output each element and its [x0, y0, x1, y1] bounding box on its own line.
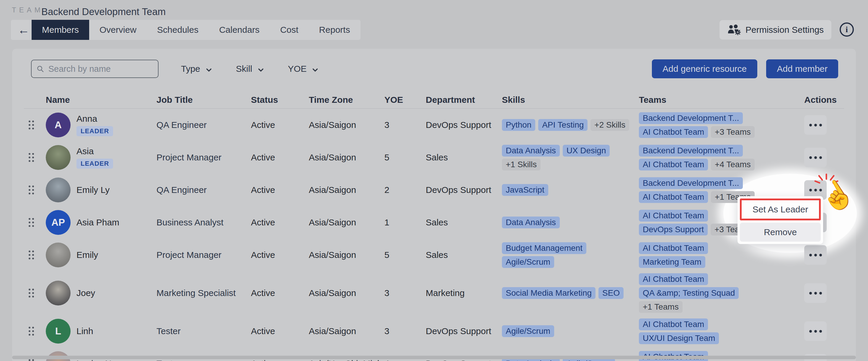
tab-bar: ← MembersOverviewSchedulesCalendarsCostR…	[11, 20, 361, 40]
teams-cell: Backend Development T...AI Chatbot Team+…	[632, 112, 797, 138]
job-title-cell: Business Analyst	[149, 217, 244, 228]
skills-cell: Social Media MarketingSEO	[495, 287, 632, 299]
chip: Backend Development T...	[639, 145, 743, 157]
drag-handle[interactable]	[24, 218, 39, 227]
tab-reports[interactable]: Reports	[309, 20, 361, 40]
back-arrow-icon: ←	[18, 23, 30, 37]
table-row-asia: AsiaLEADERProject ManagerActiveAsia/Saig…	[24, 141, 844, 174]
skills-cell: Data Analysis	[495, 216, 632, 228]
drag-handle-dots	[29, 289, 34, 298]
status-cell: Active	[244, 217, 302, 228]
actions-cell	[797, 245, 848, 265]
drag-handle[interactable]	[24, 185, 39, 194]
chip: Data Analysis	[502, 145, 560, 157]
tab-overview[interactable]: Overview	[89, 20, 147, 40]
drag-handle[interactable]	[24, 359, 39, 361]
row-actions-button[interactable]	[804, 245, 827, 265]
member-name: Asia	[76, 146, 113, 156]
tab-calendars[interactable]: Calendars	[209, 20, 270, 40]
drag-handle-dots	[29, 153, 34, 162]
yoe-cell: 1	[377, 217, 418, 228]
chip: Python	[502, 119, 535, 131]
status-cell: Active	[244, 152, 302, 162]
status-cell: Active	[244, 250, 302, 260]
skill-chips: Social Media MarketingSEO	[502, 287, 632, 299]
teams-cell: AI Chatbot TeamQA &amp; Testing Squad+1 …	[632, 273, 797, 313]
department-cell: Sales	[418, 152, 495, 162]
job-title-cell: Tester	[149, 326, 244, 336]
row-context-menu: Set As LeaderRemove	[738, 196, 823, 244]
add-member-button[interactable]: Add member	[766, 59, 838, 78]
overflow-chip[interactable]: +4 Teams	[711, 159, 755, 171]
row-actions-button[interactable]	[804, 322, 827, 341]
table-row-emily-ly: Emily LyQA EngineerActiveAsia/Saigon2Dev…	[24, 174, 844, 206]
member-name: Joey	[76, 288, 95, 298]
tabs: MembersOverviewSchedulesCalendarsCostRep…	[32, 20, 361, 40]
drag-handle[interactable]	[24, 153, 39, 162]
skills-cell: PythonAPI Testing+2 Skills	[495, 119, 632, 131]
chip: AI Chatbot Team	[639, 319, 708, 330]
info-icon: i	[845, 25, 848, 34]
chip: AI Chatbot Team	[639, 273, 708, 285]
member-cell: APAsia Pham	[39, 210, 149, 235]
drag-handle[interactable]	[24, 250, 39, 260]
overflow-chip[interactable]: +3 Teams	[711, 126, 755, 138]
tab-schedules[interactable]: Schedules	[147, 20, 209, 40]
row-actions-button[interactable]	[804, 148, 827, 167]
drag-handle-dots	[29, 327, 34, 336]
skills-cell: JavaScript	[495, 184, 632, 196]
member-name: Linh	[76, 326, 93, 336]
yoe-cell: 3	[377, 120, 418, 130]
time-zone-cell: Asia/Saigon	[302, 250, 377, 260]
horizontal-scrollbar[interactable]	[12, 356, 856, 359]
skills-cell: Agile/Scrum	[495, 325, 632, 337]
time-zone-cell: Asia/Saigon	[302, 288, 377, 298]
info-button[interactable]: i	[840, 23, 854, 37]
search-box[interactable]	[31, 60, 159, 78]
drag-handle[interactable]	[24, 327, 39, 336]
search-icon	[36, 64, 44, 73]
tab-cost[interactable]: Cost	[270, 20, 309, 40]
chip: SEO	[598, 287, 624, 299]
overflow-chip[interactable]: +1 Teams	[639, 301, 683, 313]
avatar: A	[46, 113, 70, 138]
skill-chips: Data Analysis	[502, 216, 632, 228]
menu-item-remove[interactable]: Remove	[740, 223, 821, 242]
col-header-name: Name	[39, 95, 149, 105]
yoe-cell: 3	[377, 288, 418, 298]
chip: AI Chatbot Team	[639, 126, 708, 138]
job-title-cell: Marketing Specialist	[149, 288, 244, 298]
permission-settings-button[interactable]: Permission Settings	[719, 20, 831, 39]
drag-handle[interactable]	[24, 121, 39, 129]
chip: JavaScript	[502, 184, 548, 196]
name-block: AsiaLEADER	[76, 146, 113, 169]
col-header-actions: Actions	[797, 95, 858, 105]
job-title-cell: QA Engineer	[149, 120, 244, 130]
skill-chips: Budget ManagementAgile/Scrum	[502, 242, 632, 268]
leader-badge: LEADER	[76, 159, 113, 169]
search-input[interactable]	[48, 64, 153, 74]
avatar	[46, 178, 70, 202]
yoe-cell: 5	[377, 250, 418, 260]
row-actions-button[interactable]	[804, 115, 827, 135]
member-cell: Emily Ly	[39, 178, 149, 202]
avatar	[46, 145, 70, 170]
row-actions-button[interactable]	[804, 283, 827, 303]
members-panel: TypeSkillYOE Add generic resource Add me…	[12, 49, 856, 361]
filter-type[interactable]: Type	[178, 64, 215, 74]
overflow-chip[interactable]: +2 Skills	[590, 119, 629, 131]
department-cell: DevOps Support	[418, 185, 495, 195]
add-generic-resource-button[interactable]: Add generic resource	[652, 59, 757, 78]
chip: Marketing Team	[639, 256, 705, 268]
filter-yoe[interactable]: YOE	[284, 64, 321, 74]
table-row-anna: AAnnaLEADERQA EngineerActiveAsia/Saigon3…	[24, 109, 844, 141]
team-chips: Backend Development T...AI Chatbot Team+…	[639, 145, 797, 171]
team-chips: AI Chatbot TeamUX/UI Design Team	[639, 319, 797, 344]
tab-members[interactable]: Members	[32, 20, 89, 40]
back-button[interactable]: ←	[16, 20, 32, 40]
filter-skill[interactable]: Skill	[232, 64, 267, 74]
menu-item-set-as-leader[interactable]: Set As Leader	[740, 199, 821, 220]
time-zone-cell: Asia/Saigon	[302, 185, 377, 195]
overflow-chip[interactable]: +1 Skills	[502, 159, 540, 171]
drag-handle[interactable]	[24, 289, 39, 298]
